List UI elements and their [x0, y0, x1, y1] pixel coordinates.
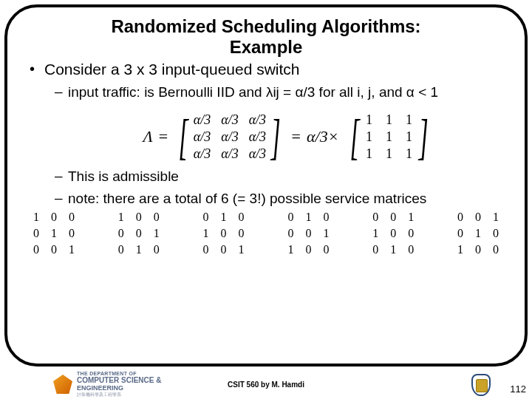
- sub-bullet-1-text: input traffic: is Bernoulli IID and λij …: [68, 83, 505, 101]
- sub-bullet-3: – note: there are a total of 6 (= 3!) po…: [55, 190, 505, 208]
- cell: 0: [116, 243, 126, 256]
- bullet-dot-icon: •: [30, 60, 44, 78]
- dept-line-1: THE DEPARTMENT OF: [77, 371, 161, 376]
- cell: 0: [201, 211, 211, 224]
- cell: 1: [404, 129, 414, 145]
- perm-matrix-6: 001 010 100: [455, 211, 501, 256]
- left-bracket-icon: [: [349, 112, 359, 162]
- cell: 1: [384, 112, 394, 128]
- matrix-equation: Λ = [ α/3 α/3 α/3 α/3 α/3 α/3 α/3 α/3 α/…: [71, 112, 505, 162]
- cell: 0: [491, 243, 501, 256]
- cell: 0: [201, 243, 211, 256]
- cell: 0: [370, 211, 381, 224]
- cell: 1: [31, 211, 41, 224]
- perm-matrix-4: 010 001 100: [285, 211, 331, 256]
- cell: 0: [236, 227, 247, 240]
- cell: 0: [388, 211, 398, 224]
- cell: α/3: [221, 129, 238, 145]
- cell: 0: [303, 243, 313, 256]
- lambda-symbol: Λ: [143, 127, 153, 146]
- cell: 1: [134, 243, 144, 256]
- cell: 1: [364, 129, 374, 145]
- slide-title: Randomized Scheduling Algorithms: Exampl…: [27, 16, 505, 57]
- cell: 0: [473, 211, 483, 224]
- dash-icon: –: [55, 168, 68, 184]
- cell: 0: [49, 211, 59, 224]
- page-number: 112: [510, 383, 526, 395]
- slide-frame: Randomized Scheduling Algorithms: Exampl…: [4, 4, 528, 366]
- cell: 0: [321, 211, 331, 224]
- cell: 1: [388, 243, 398, 256]
- perm-matrix-5: 001 100 010: [370, 211, 416, 256]
- cell: 1: [219, 211, 229, 224]
- cell: 0: [491, 227, 501, 240]
- cell: 0: [303, 227, 313, 240]
- cell: 1: [321, 227, 331, 240]
- cell: α/3: [249, 129, 266, 145]
- cell: 0: [66, 227, 77, 240]
- cell: 0: [455, 227, 466, 240]
- cell: 0: [455, 211, 466, 224]
- cell: α/3: [194, 146, 211, 162]
- cell: 1: [303, 211, 313, 224]
- cell: 1: [455, 243, 466, 256]
- cell: 1: [66, 243, 77, 256]
- footer-center-text: CSIT 560 by M. Hamdi: [0, 381, 532, 389]
- cell: 1: [236, 243, 247, 256]
- title-line-1: Randomized Scheduling Algorithms:: [111, 16, 420, 36]
- cell: 1: [404, 112, 414, 128]
- cell: 1: [364, 112, 374, 128]
- dash-icon: –: [55, 83, 68, 100]
- cell: 1: [151, 227, 162, 240]
- alpha-matrix: [ α/3 α/3 α/3 α/3 α/3 α/3 α/3 α/3 α/3 ]: [174, 112, 285, 162]
- scalar-alpha-third: α/3×: [307, 127, 339, 146]
- cell: 0: [321, 243, 331, 256]
- cell: 0: [151, 211, 162, 224]
- ones-matrix-cells: 1 1 1 1 1 1 1 1 1: [364, 112, 414, 162]
- title-line-2: Example: [230, 37, 303, 57]
- cell: 0: [134, 211, 144, 224]
- cell: 0: [473, 243, 483, 256]
- cell: 1: [116, 211, 126, 224]
- bullet-main-text: Consider a 3 x 3 input-queued switch: [44, 60, 300, 79]
- bullet-main-row: • Consider a 3 x 3 input-queued switch: [30, 60, 505, 79]
- cell: 1: [491, 211, 501, 224]
- equals-sign-1: =: [159, 127, 168, 146]
- cell: 1: [201, 227, 211, 240]
- sub-bullet-2-text: This is admissible: [68, 168, 505, 185]
- cell: 1: [404, 146, 414, 162]
- perm-matrix-1: 100 010 001: [31, 211, 77, 256]
- alpha-matrix-cells: α/3 α/3 α/3 α/3 α/3 α/3 α/3 α/3 α/3: [194, 112, 266, 162]
- cell: 1: [384, 129, 394, 145]
- dept-line-4: 計算機科學及工程學系: [77, 392, 161, 398]
- cell: 0: [406, 243, 416, 256]
- cell: 0: [219, 227, 229, 240]
- cell: 0: [151, 243, 162, 256]
- perm-matrix-2: 100 001 010: [116, 211, 162, 256]
- cell: α/3: [194, 112, 211, 128]
- cell: 0: [31, 243, 41, 256]
- cell: 1: [384, 146, 394, 162]
- cell: 0: [285, 211, 296, 224]
- cell: 0: [116, 227, 126, 240]
- cell: 0: [236, 211, 247, 224]
- cell: α/3: [249, 146, 266, 162]
- sub-bullet-2: – This is admissible: [55, 168, 505, 185]
- cell: 1: [370, 227, 381, 240]
- cell: 1: [285, 243, 296, 256]
- cell: 0: [31, 227, 41, 240]
- cell: 1: [406, 211, 416, 224]
- shield-icon: [471, 374, 491, 396]
- right-bracket-icon: ]: [271, 112, 281, 162]
- sub-bullet-1: – input traffic: is Bernoulli IID and λi…: [55, 83, 505, 101]
- slide-footer: THE DEPARTMENT OF COMPUTER SCIENCE & ENG…: [0, 369, 532, 399]
- permutation-matrices-row: 100 010 001 100 001 010 010 100 001 010 …: [27, 211, 505, 256]
- cell: 1: [473, 227, 483, 240]
- cell: 0: [370, 243, 381, 256]
- cell: 1: [49, 227, 59, 240]
- cell: α/3: [194, 129, 211, 145]
- cell: 1: [364, 146, 374, 162]
- cell: α/3: [249, 112, 266, 128]
- cell: 0: [285, 227, 296, 240]
- ones-matrix: [ 1 1 1 1 1 1 1 1 1 ]: [345, 112, 434, 162]
